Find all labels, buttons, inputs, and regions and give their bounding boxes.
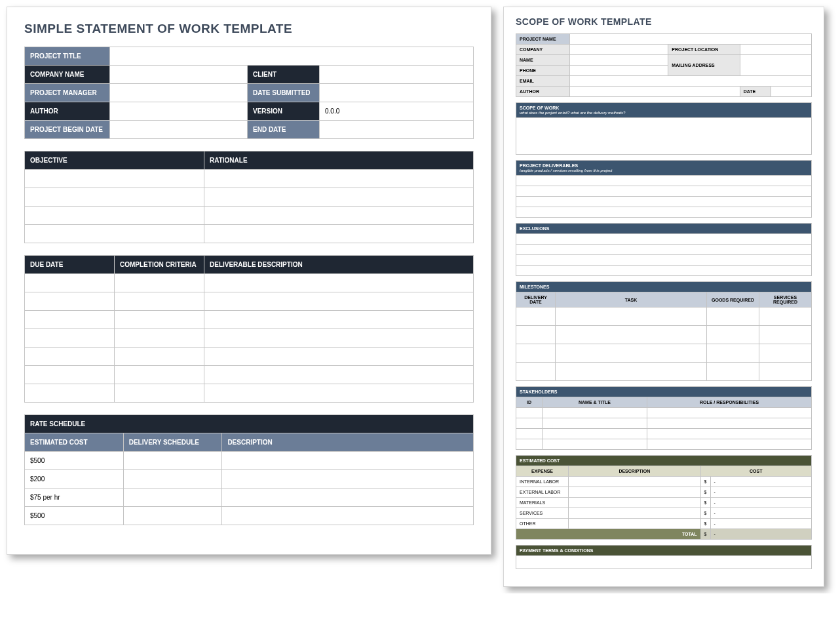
table-cell[interactable] [516,418,543,429]
scope-body[interactable] [516,118,812,155]
name-value[interactable] [570,55,668,66]
table-cell[interactable] [25,384,115,403]
author-value[interactable] [570,87,740,97]
table-cell[interactable] [204,207,474,225]
table-cell[interactable] [707,344,759,363]
table-cell[interactable] [556,326,707,344]
cost-value[interactable]: - [710,477,812,487]
table-cell[interactable] [123,452,222,470]
table-cell[interactable] [222,507,474,525]
project-title-value[interactable] [110,47,474,66]
table-cell[interactable] [25,274,115,292]
estimated-cost-cell[interactable]: $200 [25,470,124,488]
table-cell[interactable] [123,470,222,488]
table-cell[interactable] [569,487,701,498]
table-cell[interactable] [25,366,115,384]
table-row[interactable] [516,245,812,255]
table-cell[interactable] [204,384,474,403]
estimated-cost-cell[interactable]: $500 [25,507,124,525]
email-value[interactable] [570,76,812,87]
table-cell[interactable] [204,311,474,329]
table-cell[interactable] [25,311,115,329]
cost-value[interactable]: - [710,519,812,529]
table-cell[interactable] [759,344,812,363]
cost-value[interactable]: - [710,487,812,498]
table-cell[interactable] [569,519,701,529]
table-row[interactable] [516,234,812,245]
table-cell[interactable] [516,363,556,381]
table-cell[interactable] [25,292,115,311]
table-cell[interactable] [569,477,701,487]
table-cell[interactable] [516,308,556,326]
table-row[interactable] [516,186,812,197]
cost-value[interactable]: - [710,508,812,519]
table-cell[interactable] [759,326,812,344]
table-cell[interactable] [759,363,812,381]
table-cell[interactable] [204,274,474,292]
table-cell[interactable] [569,508,701,519]
table-cell[interactable] [647,439,812,450]
end-date-value[interactable] [320,121,474,139]
estimated-cost-cell[interactable]: $500 [25,452,124,470]
table-cell[interactable] [516,408,543,418]
pm-value[interactable] [110,84,248,102]
date-submitted-value[interactable] [320,84,474,102]
table-row[interactable] [516,176,812,186]
table-cell[interactable] [556,308,707,326]
cost-value[interactable]: - [710,498,812,508]
table-cell[interactable] [647,429,812,439]
project-name-value[interactable] [570,34,812,45]
table-cell[interactable] [556,344,707,363]
table-cell[interactable] [647,408,812,418]
table-cell[interactable] [204,292,474,311]
author-value[interactable] [110,102,248,121]
table-cell[interactable] [25,170,204,188]
table-cell[interactable] [115,384,204,403]
table-cell[interactable] [707,308,759,326]
table-cell[interactable] [25,329,115,348]
table-cell[interactable] [25,348,115,366]
table-cell[interactable] [115,329,204,348]
table-cell[interactable] [222,470,474,488]
table-cell[interactable] [204,366,474,384]
table-cell[interactable] [204,188,474,207]
table-cell[interactable] [222,488,474,507]
table-cell[interactable] [115,274,204,292]
table-cell[interactable] [204,225,474,243]
table-cell[interactable] [543,408,647,418]
client-value[interactable] [320,66,474,84]
table-cell[interactable] [204,170,474,188]
table-cell[interactable] [516,429,543,439]
table-row[interactable] [516,197,812,207]
version-value[interactable]: 0.0.0 [320,102,474,121]
table-cell[interactable] [115,311,204,329]
table-cell[interactable] [25,188,204,207]
table-cell[interactable] [115,348,204,366]
table-cell[interactable] [115,366,204,384]
date-value[interactable] [771,87,812,97]
table-cell[interactable] [543,439,647,450]
mailing-address-value[interactable] [740,55,811,76]
table-cell[interactable] [543,418,647,429]
table-cell[interactable] [707,363,759,381]
table-cell[interactable] [569,498,701,508]
table-cell[interactable] [115,292,204,311]
begin-date-value[interactable] [110,121,248,139]
table-cell[interactable] [222,452,474,470]
table-cell[interactable] [25,225,204,243]
table-cell[interactable] [204,348,474,366]
table-cell[interactable] [204,329,474,348]
table-cell[interactable] [516,344,556,363]
table-cell[interactable] [647,418,812,429]
table-cell[interactable] [25,207,204,225]
table-row[interactable] [516,255,812,266]
table-cell[interactable] [707,326,759,344]
project-location-value[interactable] [740,45,811,55]
payment-terms-body[interactable] [516,556,812,569]
company-value[interactable] [110,66,248,84]
table-cell[interactable] [516,439,543,450]
table-row[interactable] [516,207,812,218]
table-cell[interactable] [556,363,707,381]
phone-value[interactable] [570,66,668,76]
table-cell[interactable] [516,326,556,344]
